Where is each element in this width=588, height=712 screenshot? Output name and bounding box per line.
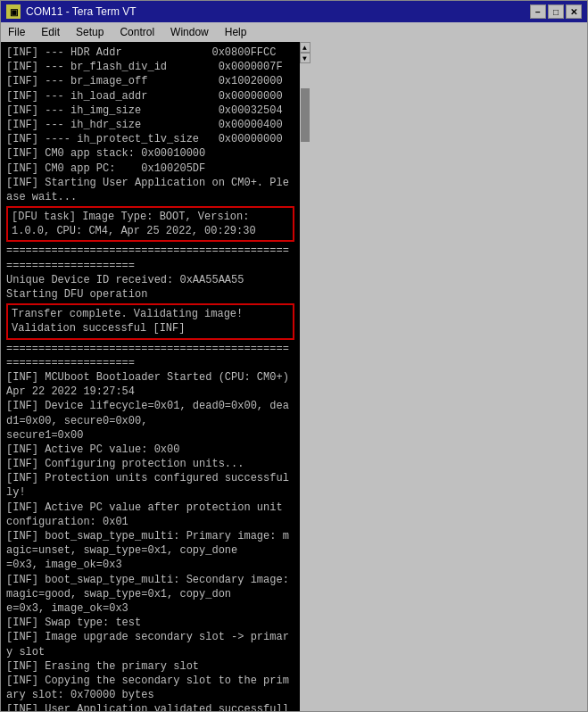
minimize-button[interactable]: − xyxy=(530,4,546,19)
menu-item-help[interactable]: Help xyxy=(221,25,251,39)
terminal-line: [INF] boot_swap_type_multi: Secondary im… xyxy=(6,573,294,617)
terminal-line: [INF] Configuring protection units... xyxy=(6,457,294,471)
scroll-down-arrow[interactable]: ▼ xyxy=(300,53,311,63)
terminal-line: [INF] Active PC value after protection u… xyxy=(6,501,294,529)
scroll-up-arrow[interactable]: ▲ xyxy=(300,42,311,53)
terminal-divider: ========================================… xyxy=(6,244,294,272)
terminal-divider: ========================================… xyxy=(6,342,294,370)
terminal-line: [INF] Image upgrade secondary slot -> pr… xyxy=(6,630,294,658)
title-bar-buttons: − □ ✕ xyxy=(530,4,582,19)
terminal-line: [INF] Erasing the primary slot xyxy=(6,659,294,674)
menu-item-edit[interactable]: Edit xyxy=(37,25,63,39)
title-bar-left: ▣ COM11 - Tera Term VT xyxy=(6,4,137,19)
terminal-line: [INF] User Application validated success… xyxy=(6,702,294,711)
menu-item-control[interactable]: Control xyxy=(116,25,158,39)
terminal-line: [INF] Protection units configured succes… xyxy=(6,471,294,500)
main-window: ▣ COM11 - Tera Term VT − □ ✕ FileEditSet… xyxy=(0,0,588,712)
close-button[interactable]: ✕ xyxy=(566,4,582,19)
terminal-line: Unique Device ID received: 0xAA55AA55 xyxy=(6,273,294,287)
terminal-line: [INF] boot_swap_type_multi: Primary imag… xyxy=(6,529,294,573)
terminal-line: [INF] --- ih_hdr_size 0x00000400 xyxy=(6,118,294,132)
terminal-wrapper: [INF] --- HDR Addr 0x0800FFCC[INF] --- b… xyxy=(1,42,587,711)
terminal-line: [INF] Copying the secondary slot to the … xyxy=(6,674,294,702)
title-bar: ▣ COM11 - Tera Term VT − □ ✕ xyxy=(1,1,587,22)
terminal-boxed-line: Transfer complete. Validating image! Val… xyxy=(6,303,294,339)
terminal-line: [INF] --- ih_img_size 0x00032504 xyxy=(6,103,294,118)
menu-item-setup[interactable]: Setup xyxy=(72,25,107,39)
scrollbar-thumb[interactable] xyxy=(301,88,310,142)
maximize-button[interactable]: □ xyxy=(548,4,564,19)
terminal[interactable]: [INF] --- HDR Addr 0x0800FFCC[INF] --- b… xyxy=(1,42,300,711)
terminal-line: [INF] Device lifecycle=0x01, dead0=0x00,… xyxy=(6,399,294,443)
terminal-line: [INF] CM0 app PC: 0x100205DF xyxy=(6,161,294,176)
window-title: COM11 - Tera Term VT xyxy=(26,5,137,18)
menu-item-file[interactable]: File xyxy=(4,25,29,39)
app-icon: ▣ xyxy=(6,4,21,19)
terminal-line: [INF] --- br_flash_div_id 0x0000007F xyxy=(6,60,294,74)
terminal-line: [INF] Active PC value: 0x00 xyxy=(6,443,294,457)
terminal-line: [INF] --- br_image_off 0x10020000 xyxy=(6,74,294,88)
scrollbar[interactable]: ▲ ▼ xyxy=(300,42,588,711)
menu-item-window[interactable]: Window xyxy=(167,25,212,39)
terminal-line: [INF] CM0 app stack: 0x00010000 xyxy=(6,146,294,161)
terminal-line: [INF] Starting User Application on CM0+.… xyxy=(6,176,294,204)
terminal-line: [INF] Swap type: test xyxy=(6,616,294,630)
terminal-line: [INF] --- ih_load_addr 0x00000000 xyxy=(6,89,294,103)
terminal-line: [INF] ---- ih_protect_tlv_size 0x0000000… xyxy=(6,132,294,146)
terminal-line: [INF] --- HDR Addr 0x0800FFCC xyxy=(6,46,294,60)
terminal-line: Starting DFU operation xyxy=(6,287,294,302)
terminal-boxed-line: [DFU task] Image Type: BOOT, Version: 1.… xyxy=(6,206,294,242)
terminal-line: [INF] MCUboot Bootloader Started (CPU: C… xyxy=(6,370,294,399)
menu-bar: FileEditSetupControlWindowHelp xyxy=(1,22,587,42)
